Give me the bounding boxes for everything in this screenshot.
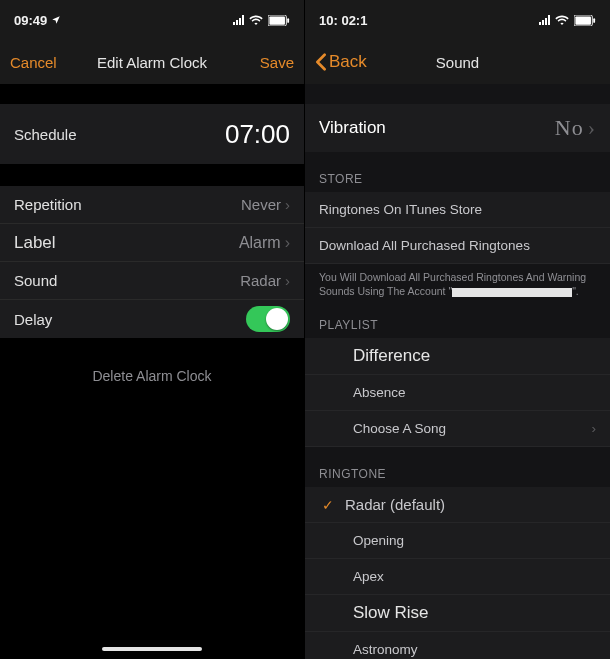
- store-footer: You Will Download All Purchased Ringtone…: [305, 264, 610, 298]
- nav-bar: Back Sound: [305, 40, 610, 84]
- content: Schedule 07:00 Repetition Never › Label …: [0, 84, 304, 659]
- svg-rect-4: [575, 16, 591, 24]
- save-button[interactable]: Save: [234, 54, 294, 71]
- sound-row[interactable]: Sound Radar ›: [0, 262, 304, 300]
- alarm-time: 07:00: [225, 119, 290, 150]
- choose-song-row[interactable]: Choose A Song ›: [305, 411, 610, 447]
- label-label: Label: [14, 233, 56, 253]
- wifi-icon: [249, 15, 263, 25]
- content: Vibration No › STORE Ringtones On ITunes…: [305, 84, 610, 659]
- svg-rect-5: [593, 18, 595, 23]
- playlist-item-label: Absence: [353, 385, 406, 400]
- back-button[interactable]: Back: [315, 52, 375, 72]
- redacted-account: [452, 288, 572, 297]
- back-label: Back: [329, 52, 367, 72]
- repetition-label: Repetition: [14, 196, 82, 213]
- ringtone-store-row[interactable]: Ringtones On ITunes Store: [305, 192, 610, 228]
- chevron-right-icon: ›: [588, 115, 596, 141]
- ringtone-item[interactable]: Opening: [305, 523, 610, 559]
- ringtone-item[interactable]: Astronomy: [305, 632, 610, 659]
- repetition-value: Never ›: [241, 196, 290, 213]
- schedule-row[interactable]: Schedule 07:00: [0, 104, 304, 164]
- status-icons: [539, 15, 596, 26]
- label-value: Alarm ›: [239, 234, 290, 252]
- delete-alarm-button[interactable]: Delete Alarm Clock: [0, 338, 304, 414]
- status-time-text: 09:49: [14, 13, 47, 28]
- schedule-label: Schedule: [14, 126, 77, 143]
- ringtone-item-label: Opening: [353, 533, 404, 548]
- status-bar: 10: 02:1: [305, 0, 610, 40]
- cancel-button[interactable]: Cancel: [10, 54, 70, 71]
- sound-screen: 10: 02:1 Back Sound Vibration No ›: [305, 0, 610, 659]
- status-bar: 09:49: [0, 0, 304, 40]
- ringtone-store-label: Ringtones On ITunes Store: [319, 202, 482, 217]
- ringtone-header: RINGTONE: [305, 447, 610, 487]
- svg-rect-1: [269, 16, 285, 24]
- vibration-label: Vibration: [319, 118, 386, 138]
- nav-bar: Cancel Edit Alarm Clock Save: [0, 40, 304, 84]
- sound-value: Radar ›: [240, 272, 290, 289]
- vibration-row[interactable]: Vibration No ›: [305, 104, 610, 152]
- status-time: 10: 02:1: [319, 13, 367, 28]
- delay-row: Delay: [0, 300, 304, 338]
- delay-label: Delay: [14, 311, 52, 328]
- chevron-right-icon: ›: [285, 272, 290, 289]
- battery-icon: [268, 15, 290, 26]
- playlist-item-label: Difference: [353, 346, 430, 366]
- nav-title: Edit Alarm Clock: [70, 54, 234, 71]
- ringtone-item-label: Apex: [353, 569, 384, 584]
- cellular-icon: [233, 15, 244, 25]
- download-ringtones-row[interactable]: Download All Purchased Ringtones: [305, 228, 610, 264]
- chevron-left-icon: [315, 53, 327, 71]
- ringtone-item-selected[interactable]: ✓ Radar (default): [305, 487, 610, 523]
- checkmark-icon: ✓: [319, 497, 337, 513]
- store-header: STORE: [305, 152, 610, 192]
- playlist-item[interactable]: Absence: [305, 375, 610, 411]
- chevron-right-icon: ›: [592, 421, 597, 436]
- label-row[interactable]: Label Alarm ›: [0, 224, 304, 262]
- cellular-icon: [539, 15, 550, 25]
- chevron-right-icon: ›: [285, 234, 290, 252]
- home-indicator[interactable]: [102, 647, 202, 651]
- ringtone-item[interactable]: Apex: [305, 559, 610, 595]
- status-icons: [233, 15, 290, 26]
- location-icon: [51, 15, 61, 25]
- download-ringtones-label: Download All Purchased Ringtones: [319, 238, 530, 253]
- playlist-header: PLAYLIST: [305, 298, 610, 338]
- svg-rect-2: [287, 18, 289, 23]
- ringtone-item[interactable]: Slow Rise: [305, 595, 610, 632]
- sound-label: Sound: [14, 272, 57, 289]
- repetition-row[interactable]: Repetition Never ›: [0, 186, 304, 224]
- ringtone-item-label: Slow Rise: [353, 603, 429, 623]
- choose-song-label: Choose A Song: [353, 421, 446, 436]
- chevron-right-icon: ›: [285, 196, 290, 213]
- playlist-item[interactable]: Difference: [305, 338, 610, 375]
- status-time: 09:49: [14, 13, 61, 28]
- vibration-value: No ›: [555, 115, 596, 141]
- ringtone-item-label: Radar (default): [345, 496, 445, 513]
- delay-toggle[interactable]: [246, 306, 290, 332]
- battery-icon: [574, 15, 596, 26]
- nav-title: Sound: [375, 54, 540, 71]
- status-time-text: 10: 02:1: [319, 13, 367, 28]
- ringtone-item-label: Astronomy: [353, 642, 418, 657]
- edit-alarm-screen: 09:49 Cancel Edit Alarm Clock Save Sched…: [0, 0, 305, 659]
- wifi-icon: [555, 15, 569, 25]
